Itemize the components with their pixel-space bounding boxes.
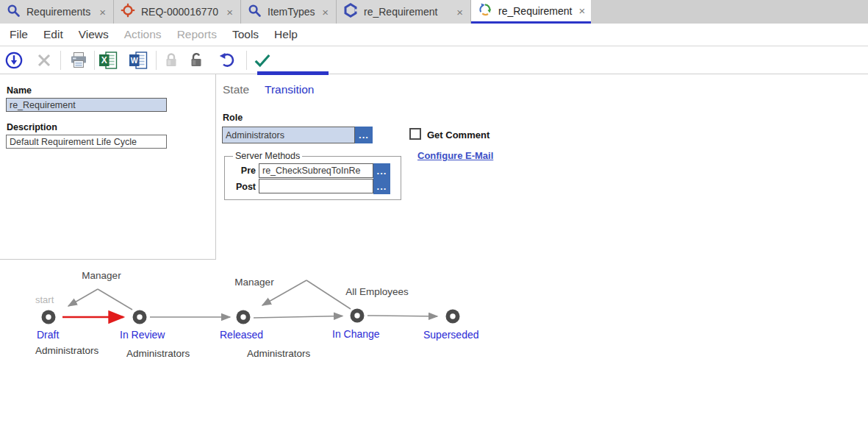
transition-inreview-to-draft-leg[interactable] [98,289,132,310]
print-button[interactable] [69,51,88,70]
menu-item-tools[interactable]: Tools [232,28,259,41]
menu-item-edit[interactable]: Edit [43,28,63,41]
toolbar-separator [94,51,95,70]
target-icon [121,3,135,21]
transition-role-label: Manager [234,277,274,288]
printer-icon [69,51,88,70]
tab-transition[interactable]: Transition [265,83,314,96]
pre-method-picker-button[interactable]: ... [373,163,390,179]
tab-re-requirement-itemtype[interactable]: re_Requirement × [337,0,471,24]
application-window: Requirements × REQ-000016770 × ItemTypes… [0,0,868,423]
lock-closed-icon [162,51,180,69]
toolbar-separator [156,51,157,70]
svg-text:W: W [131,56,138,65]
state-node-draft[interactable] [42,310,56,324]
tab-state[interactable]: State [223,83,249,96]
export-excel-button[interactable]: X [98,51,118,70]
undo-icon [218,51,237,70]
server-methods-legend: Server Methods [233,151,302,161]
close-icon[interactable]: × [226,7,234,18]
save-button[interactable] [4,51,24,70]
state-label-in-review[interactable]: In Review [120,329,165,341]
description-label: Description [7,122,57,132]
pre-method-label: Pre [224,166,256,176]
transition-inchange-to-released-leg[interactable] [306,280,351,309]
state-node-in-change[interactable] [351,309,365,323]
transition-inchange-to-superseded[interactable] [367,316,437,316]
lifecycle-properties-pane: Name Description [0,74,216,260]
role-label: Role [223,113,243,123]
tab-label: REQ-000016770 [141,6,220,18]
state-node-in-review[interactable] [133,310,147,324]
tab-req-000016770[interactable]: REQ-000016770 × [114,0,241,24]
name-field[interactable] [6,98,167,112]
transition-inreview-to-draft[interactable] [68,289,98,306]
state-label-released[interactable]: Released [220,329,263,341]
tab-label: Requirements [26,6,93,18]
start-label: start [35,294,54,305]
pre-method-field[interactable] [259,163,373,178]
post-method-field[interactable] [259,179,373,193]
menu-item-actions: Actions [124,28,162,41]
tab-label: ItemTypes [268,6,315,18]
undo-button[interactable] [218,51,237,70]
menu-item-help[interactable]: Help [274,28,298,41]
close-icon[interactable]: × [578,5,586,16]
search-icon [248,4,262,21]
tab-label: re_Requirement [498,5,572,17]
post-method-picker-button[interactable]: ... [373,179,390,194]
state-role-label: Administrators [126,348,190,359]
role-field[interactable] [222,127,355,143]
lifecycle-map-diagram: start Manager Manager All Employees Draf… [0,260,529,385]
life-cycle-icon [478,2,492,20]
transition-released-to-inchange[interactable] [254,316,342,319]
close-x-icon [36,52,52,68]
active-pane-tab-indicator [257,71,329,75]
checkmark-icon [253,51,272,69]
excel-icon: X [98,51,118,69]
menu-item-views[interactable]: Views [79,28,109,41]
done-button[interactable] [253,51,272,70]
lock-button [162,51,181,70]
menu-item-file[interactable]: File [10,28,28,41]
state-node-superseded[interactable] [446,310,460,324]
menu-bar: File Edit Views Actions Reports Tools He… [0,24,868,46]
get-comment-label: Get Comment [427,129,489,141]
get-comment-checkbox[interactable] [409,128,421,140]
search-icon [7,4,21,21]
export-word-button[interactable]: W [129,51,148,70]
menu-item-reports: Reports [177,28,217,41]
close-icon[interactable]: × [98,7,107,18]
lock-open-icon [187,51,206,69]
role-picker-button[interactable]: ... [355,127,373,143]
toolbar-separator [246,51,247,70]
document-tab-strip: Requirements × REQ-000016770 × ItemTypes… [0,0,868,24]
close-icon[interactable]: × [321,7,329,18]
tab-label: re_Requirement [364,6,450,18]
tab-requirements[interactable]: Requirements × [0,0,114,24]
svg-text:X: X [101,55,107,65]
toolbar-separator [60,51,61,70]
state-label-superseded[interactable]: Superseded [423,329,479,341]
tab-itemtypes[interactable]: ItemTypes × [241,0,337,24]
state-node-released[interactable] [237,310,251,324]
toolbar: X W [0,46,868,74]
cancel-button[interactable] [35,51,54,70]
state-label-draft[interactable]: Draft [37,329,59,341]
description-field[interactable] [6,135,167,149]
state-role-label: Administrators [35,345,99,356]
name-label: Name [7,85,32,96]
configure-email-link[interactable]: Configure E-Mail [417,150,493,161]
state-label-in-change[interactable]: In Change [332,328,380,340]
close-icon[interactable]: × [456,7,464,18]
transition-role-label: Manager [82,270,121,281]
tab-re-requirement-lifecycle[interactable]: re_Requirement × [471,0,591,24]
state-role-label: Administrators [247,348,311,359]
word-icon: W [129,51,148,69]
unlock-button[interactable] [187,51,206,70]
transition-role-label: All Employees [345,286,409,297]
hexagon-icon [343,3,358,21]
post-method-label: Post [224,182,256,192]
save-icon [4,51,24,70]
